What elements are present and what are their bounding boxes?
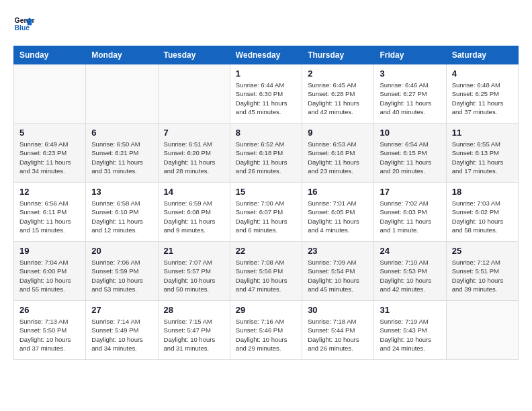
day-number: 7 <box>164 128 224 138</box>
day-number: 6 <box>91 128 152 138</box>
day-info: Sunrise: 6:45 AM Sunset: 6:28 PM Dayligh… <box>308 81 368 116</box>
day-number: 18 <box>452 187 513 197</box>
day-number: 3 <box>380 68 440 79</box>
calendar-cell: 24Sunrise: 7:10 AM Sunset: 5:53 PM Dayli… <box>374 242 446 301</box>
calendar-cell: 10Sunrise: 6:54 AM Sunset: 6:15 PM Dayli… <box>374 124 446 183</box>
day-info: Sunrise: 7:03 AM Sunset: 6:02 PM Dayligh… <box>452 199 513 234</box>
day-info: Sunrise: 7:16 AM Sunset: 5:46 PM Dayligh… <box>236 317 296 353</box>
day-info: Sunrise: 7:06 AM Sunset: 5:59 PM Dayligh… <box>91 258 152 293</box>
calendar-week-4: 19Sunrise: 7:04 AM Sunset: 6:00 PM Dayli… <box>14 242 519 301</box>
day-header-monday: Monday <box>86 46 158 64</box>
day-info: Sunrise: 7:13 AM Sunset: 5:50 PM Dayligh… <box>19 317 80 353</box>
calendar-cell: 11Sunrise: 6:55 AM Sunset: 6:13 PM Dayli… <box>446 124 518 183</box>
calendar-week-5: 26Sunrise: 7:13 AM Sunset: 5:50 PM Dayli… <box>14 301 519 360</box>
day-number: 13 <box>91 187 152 197</box>
day-number: 30 <box>308 305 368 315</box>
calendar-cell: 8Sunrise: 6:52 AM Sunset: 6:18 PM Daylig… <box>230 124 302 183</box>
day-info: Sunrise: 6:59 AM Sunset: 6:08 PM Dayligh… <box>164 199 224 234</box>
day-number: 2 <box>308 68 368 79</box>
calendar-cell: 27Sunrise: 7:14 AM Sunset: 5:49 PM Dayli… <box>86 301 158 360</box>
day-info: Sunrise: 6:50 AM Sunset: 6:21 PM Dayligh… <box>91 140 152 175</box>
day-info: Sunrise: 6:58 AM Sunset: 6:10 PM Dayligh… <box>91 199 152 234</box>
day-number: 25 <box>452 246 513 256</box>
day-info: Sunrise: 6:48 AM Sunset: 6:25 PM Dayligh… <box>452 81 513 116</box>
day-info: Sunrise: 6:55 AM Sunset: 6:13 PM Dayligh… <box>452 140 513 175</box>
day-number: 31 <box>380 305 440 315</box>
day-info: Sunrise: 6:56 AM Sunset: 6:11 PM Dayligh… <box>19 199 80 234</box>
calendar-cell: 25Sunrise: 7:12 AM Sunset: 5:51 PM Dayli… <box>446 242 518 301</box>
calendar-cell: 9Sunrise: 6:53 AM Sunset: 6:16 PM Daylig… <box>302 124 374 183</box>
day-number: 12 <box>19 187 80 197</box>
calendar-cell: 2Sunrise: 6:45 AM Sunset: 6:28 PM Daylig… <box>302 64 374 124</box>
day-info: Sunrise: 7:19 AM Sunset: 5:43 PM Dayligh… <box>380 317 440 353</box>
day-number: 22 <box>236 246 296 256</box>
day-number: 29 <box>236 305 296 315</box>
day-info: Sunrise: 6:51 AM Sunset: 6:20 PM Dayligh… <box>164 140 224 175</box>
calendar-cell: 31Sunrise: 7:19 AM Sunset: 5:43 PM Dayli… <box>374 301 446 360</box>
calendar-week-1: 1Sunrise: 6:44 AM Sunset: 6:30 PM Daylig… <box>14 64 519 124</box>
calendar-cell <box>86 64 158 124</box>
day-info: Sunrise: 7:14 AM Sunset: 5:49 PM Dayligh… <box>91 317 152 353</box>
day-number: 8 <box>236 128 296 138</box>
page-header: General Blue <box>13 13 519 35</box>
day-number: 17 <box>380 187 440 197</box>
calendar-cell: 19Sunrise: 7:04 AM Sunset: 6:00 PM Dayli… <box>14 242 86 301</box>
calendar-cell: 22Sunrise: 7:08 AM Sunset: 5:56 PM Dayli… <box>230 242 302 301</box>
calendar-cell: 23Sunrise: 7:09 AM Sunset: 5:54 PM Dayli… <box>302 242 374 301</box>
calendar-cell: 12Sunrise: 6:56 AM Sunset: 6:11 PM Dayli… <box>14 183 86 242</box>
day-number: 5 <box>19 128 80 138</box>
day-number: 20 <box>91 246 152 256</box>
calendar-cell: 7Sunrise: 6:51 AM Sunset: 6:20 PM Daylig… <box>158 124 230 183</box>
day-info: Sunrise: 7:10 AM Sunset: 5:53 PM Dayligh… <box>380 258 440 293</box>
calendar-cell: 5Sunrise: 6:49 AM Sunset: 6:23 PM Daylig… <box>14 124 86 183</box>
day-header-friday: Friday <box>374 46 446 64</box>
calendar-cell: 1Sunrise: 6:44 AM Sunset: 6:30 PM Daylig… <box>230 64 302 124</box>
day-info: Sunrise: 7:07 AM Sunset: 5:57 PM Dayligh… <box>164 258 224 293</box>
day-info: Sunrise: 6:54 AM Sunset: 6:15 PM Dayligh… <box>380 140 440 175</box>
calendar-cell: 26Sunrise: 7:13 AM Sunset: 5:50 PM Dayli… <box>14 301 86 360</box>
day-info: Sunrise: 7:02 AM Sunset: 6:03 PM Dayligh… <box>380 199 440 234</box>
day-info: Sunrise: 6:44 AM Sunset: 6:30 PM Dayligh… <box>236 81 296 116</box>
calendar-header-row: SundayMondayTuesdayWednesdayThursdayFrid… <box>14 46 519 64</box>
day-header-wednesday: Wednesday <box>230 46 302 64</box>
day-info: Sunrise: 6:53 AM Sunset: 6:16 PM Dayligh… <box>308 140 368 175</box>
calendar-cell: 3Sunrise: 6:46 AM Sunset: 6:27 PM Daylig… <box>374 64 446 124</box>
day-number: 23 <box>308 246 368 256</box>
calendar-cell: 17Sunrise: 7:02 AM Sunset: 6:03 PM Dayli… <box>374 183 446 242</box>
day-header-sunday: Sunday <box>14 46 86 64</box>
day-number: 4 <box>452 68 513 79</box>
calendar-cell: 6Sunrise: 6:50 AM Sunset: 6:21 PM Daylig… <box>86 124 158 183</box>
day-number: 11 <box>452 128 513 138</box>
day-number: 19 <box>19 246 80 256</box>
day-number: 21 <box>164 246 224 256</box>
day-info: Sunrise: 6:46 AM Sunset: 6:27 PM Dayligh… <box>380 81 440 116</box>
day-info: Sunrise: 6:52 AM Sunset: 6:18 PM Dayligh… <box>236 140 296 175</box>
calendar-cell: 20Sunrise: 7:06 AM Sunset: 5:59 PM Dayli… <box>86 242 158 301</box>
calendar-cell <box>158 64 230 124</box>
day-header-tuesday: Tuesday <box>158 46 230 64</box>
calendar-cell: 21Sunrise: 7:07 AM Sunset: 5:57 PM Dayli… <box>158 242 230 301</box>
calendar-cell: 30Sunrise: 7:18 AM Sunset: 5:44 PM Dayli… <box>302 301 374 360</box>
calendar-cell: 28Sunrise: 7:15 AM Sunset: 5:47 PM Dayli… <box>158 301 230 360</box>
day-info: Sunrise: 7:04 AM Sunset: 6:00 PM Dayligh… <box>19 258 80 293</box>
day-number: 14 <box>164 187 224 197</box>
day-info: Sunrise: 7:18 AM Sunset: 5:44 PM Dayligh… <box>308 317 368 353</box>
day-number: 16 <box>308 187 368 197</box>
day-info: Sunrise: 7:00 AM Sunset: 6:07 PM Dayligh… <box>236 199 296 234</box>
day-number: 9 <box>308 128 368 138</box>
calendar-cell: 18Sunrise: 7:03 AM Sunset: 6:02 PM Dayli… <box>446 183 518 242</box>
day-header-thursday: Thursday <box>302 46 374 64</box>
calendar-week-3: 12Sunrise: 6:56 AM Sunset: 6:11 PM Dayli… <box>14 183 519 242</box>
day-info: Sunrise: 7:15 AM Sunset: 5:47 PM Dayligh… <box>164 317 224 353</box>
logo: General Blue <box>13 13 35 35</box>
day-info: Sunrise: 7:12 AM Sunset: 5:51 PM Dayligh… <box>452 258 513 293</box>
calendar-cell: 16Sunrise: 7:01 AM Sunset: 6:05 PM Dayli… <box>302 183 374 242</box>
day-info: Sunrise: 7:08 AM Sunset: 5:56 PM Dayligh… <box>236 258 296 293</box>
day-number: 28 <box>164 305 224 315</box>
day-number: 15 <box>236 187 296 197</box>
day-number: 10 <box>380 128 440 138</box>
day-header-saturday: Saturday <box>446 46 518 64</box>
calendar-cell: 15Sunrise: 7:00 AM Sunset: 6:07 PM Dayli… <box>230 183 302 242</box>
day-number: 27 <box>91 305 152 315</box>
calendar-week-2: 5Sunrise: 6:49 AM Sunset: 6:23 PM Daylig… <box>14 124 519 183</box>
